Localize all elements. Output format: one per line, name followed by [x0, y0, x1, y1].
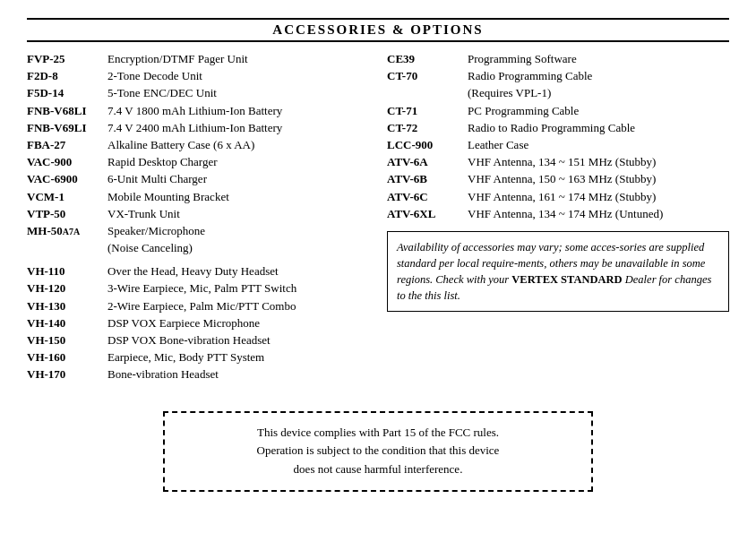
- list-item: FVP-25Encryption/DTMF Pager Unit: [27, 51, 369, 67]
- list-item: VTP-50VX-Trunk Unit: [27, 206, 369, 222]
- left-column: FVP-25Encryption/DTMF Pager UnitF2D-82-T…: [27, 51, 369, 384]
- item-desc: VX-Trunk Unit: [107, 206, 369, 222]
- item-desc: DSP VOX Bone-vibration Headset: [107, 332, 369, 348]
- fcc-line3: does not cause harmful interference.: [183, 460, 573, 479]
- list-item: FNB-V69LI7.4 V 2400 mAh Lithium-Ion Batt…: [27, 120, 369, 136]
- list-item: VH-1203-Wire Earpiece, Mic, Palm PTT Swi…: [27, 280, 369, 297]
- list-item: ATV-6XLVHF Antenna, 134 ~ 174 MHz (Untun…: [387, 206, 729, 222]
- item-code: CT-70: [387, 68, 468, 84]
- item-code: VH-110: [27, 263, 107, 280]
- page-title: Accessories & Options: [27, 18, 729, 42]
- fcc-compliance-box: This device complies with Part 15 of the…: [163, 411, 593, 492]
- fcc-line2: Operation is subject to the condition th…: [183, 442, 573, 460]
- item-code: VH-150: [27, 332, 107, 348]
- item-code: CT-71: [387, 103, 468, 119]
- item-code: FNB-V69LI: [27, 120, 107, 136]
- item-code: ATV-6B: [387, 171, 468, 187]
- item-desc: 7.4 V 2400 mAh Lithium-Ion Battery: [107, 120, 369, 136]
- list-item: ATV-6CVHF Antenna, 161 ~ 174 MHz (Stubby…: [387, 189, 729, 205]
- item-desc: PC Programming Cable: [468, 103, 729, 119]
- item-code: FNB-V68LI: [27, 103, 107, 119]
- item-code: FBA-27: [27, 137, 107, 153]
- item-desc: Mobile Mounting Bracket: [107, 189, 369, 205]
- item-code: ATV-6A: [387, 154, 468, 170]
- accessories-list-left: FVP-25Encryption/DTMF Pager UnitF2D-82-T…: [27, 51, 369, 256]
- list-item: FNB-V68LI7.4 V 1800 mAh Lithium-Ion Batt…: [27, 103, 369, 119]
- list-item: CT-72Radio to Radio Programming Cable: [387, 120, 729, 136]
- list-item: LCC-900Leather Case: [387, 137, 729, 153]
- item-code: LCC-900: [387, 137, 468, 153]
- list-item: CT-71PC Programming Cable: [387, 103, 729, 119]
- item-code: CT-72: [387, 120, 468, 136]
- item-code: VH-140: [27, 315, 107, 331]
- note-text: Availability of accessories may vary; so…: [397, 241, 711, 302]
- headset-list: VH-110Over the Head, Heavy Duty HeadsetV…: [27, 263, 369, 383]
- item-desc: VHF Antenna, 134 ~ 174 MHz (Untuned): [468, 206, 729, 222]
- item-desc: Speaker/Microphone: [107, 223, 369, 239]
- item-desc: Radio to Radio Programming Cable: [468, 120, 729, 136]
- availability-note: Availability of accessories may vary; so…: [387, 231, 729, 313]
- list-item: VCM-1Mobile Mounting Bracket: [27, 189, 369, 205]
- item-code: F2D-8: [27, 68, 107, 84]
- list-item: VH-160Earpiece, Mic, Body PTT System: [27, 349, 369, 366]
- list-item: ATV-6BVHF Antenna, 150 ~ 163 MHz (Stubby…: [387, 171, 729, 187]
- list-item: VAC-900Rapid Desktop Charger: [27, 154, 369, 170]
- list-item: VH-170Bone-vibration Headset: [27, 366, 369, 383]
- item-desc-indent: (Noise Canceling): [107, 240, 369, 256]
- item-code: VH-170: [27, 366, 107, 383]
- item-desc: DSP VOX Earpiece Microphone: [107, 315, 369, 331]
- item-desc: Alkaline Battery Case (6 x AA): [107, 137, 369, 153]
- item-desc: 6-Unit Multi Charger: [107, 171, 369, 187]
- item-code: VH-130: [27, 298, 107, 314]
- item-desc: Earpiece, Mic, Body PTT System: [107, 349, 369, 366]
- item-desc: Encryption/DTMF Pager Unit: [107, 51, 369, 67]
- item-code: MH-50A7A: [27, 223, 107, 239]
- item-code: FVP-25: [27, 51, 107, 67]
- list-item: VH-110Over the Head, Heavy Duty Headset: [27, 263, 369, 280]
- item-code: VTP-50: [27, 206, 107, 222]
- item-desc: Over the Head, Heavy Duty Headset: [107, 263, 369, 280]
- item-code: ATV-6XL: [387, 206, 468, 222]
- item-code: CE39: [387, 51, 468, 67]
- right-column: CE39Programming SoftwareCT-70Radio Progr…: [387, 51, 729, 384]
- item-desc: Leather Case: [468, 137, 729, 153]
- list-item: FBA-27Alkaline Battery Case (6 x AA): [27, 137, 369, 153]
- item-desc: 2-Tone Decode Unit: [107, 68, 369, 84]
- list-item: CE39Programming Software: [387, 51, 729, 67]
- item-code: VAC-6900: [27, 171, 107, 187]
- item-desc-indent: (Requires VPL-1): [468, 85, 729, 101]
- list-item: CT-70Radio Programming Cable: [387, 68, 729, 84]
- list-item: VH-1302-Wire Earpiece, Palm Mic/PTT Comb…: [27, 298, 369, 314]
- item-desc: 3-Wire Earpiece, Mic, Palm PTT Switch: [107, 280, 369, 297]
- item-desc: VHF Antenna, 161 ~ 174 MHz (Stubby): [468, 189, 729, 205]
- list-item: MH-50A7ASpeaker/Microphone: [27, 223, 369, 239]
- list-item: F2D-82-Tone Decode Unit: [27, 68, 369, 84]
- item-desc: VHF Antenna, 134 ~ 151 MHz (Stubby): [468, 154, 729, 170]
- item-desc: Rapid Desktop Charger: [107, 154, 369, 170]
- list-item: VAC-69006-Unit Multi Charger: [27, 171, 369, 187]
- list-item: F5D-145-Tone ENC/DEC Unit: [27, 85, 369, 101]
- item-code: VAC-900: [27, 154, 107, 170]
- accessories-list-right: CE39Programming SoftwareCT-70Radio Progr…: [387, 51, 729, 222]
- item-desc: 2-Wire Earpiece, Palm Mic/PTT Combo: [107, 298, 369, 314]
- item-desc: 7.4 V 1800 mAh Lithium-Ion Battery: [107, 103, 369, 119]
- item-code: ATV-6C: [387, 189, 468, 205]
- item-code: VH-120: [27, 280, 107, 297]
- item-desc: 5-Tone ENC/DEC Unit: [107, 85, 369, 101]
- item-code: F5D-14: [27, 85, 107, 101]
- list-item: VH-150DSP VOX Bone-vibration Headset: [27, 332, 369, 348]
- list-item: VH-140DSP VOX Earpiece Microphone: [27, 315, 369, 331]
- item-desc: Bone-vibration Headset: [107, 366, 369, 383]
- fcc-line1: This device complies with Part 15 of the…: [183, 424, 573, 443]
- item-desc: Programming Software: [468, 51, 729, 67]
- item-desc: Radio Programming Cable: [468, 68, 729, 84]
- item-desc: VHF Antenna, 150 ~ 163 MHz (Stubby): [468, 171, 729, 187]
- list-item: ATV-6AVHF Antenna, 134 ~ 151 MHz (Stubby…: [387, 154, 729, 170]
- item-code: VCM-1: [27, 189, 107, 205]
- item-code: VH-160: [27, 349, 107, 366]
